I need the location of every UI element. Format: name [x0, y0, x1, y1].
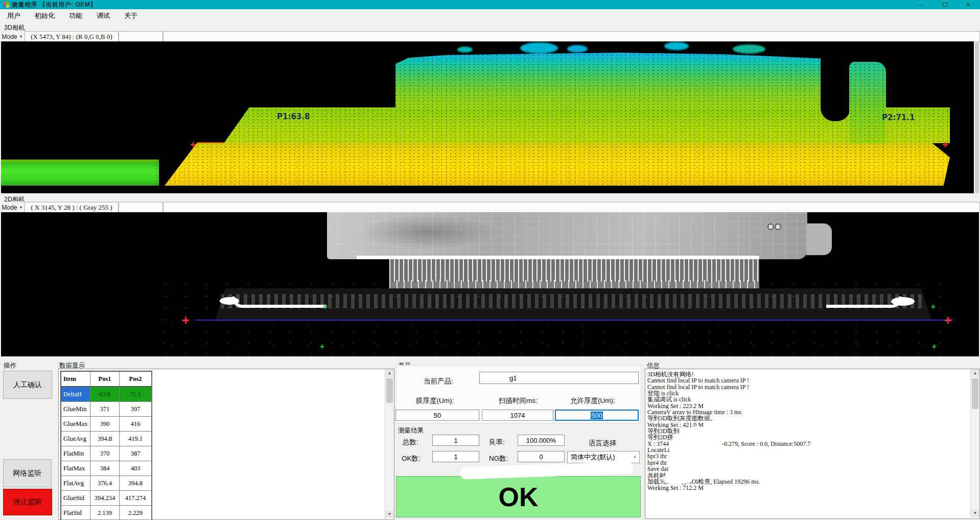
table-cell: GlueMin: [61, 402, 90, 417]
camera-2d-image-view[interactable]: + + + + + +: [1, 212, 979, 356]
menu-item-1[interactable]: 初始化: [28, 9, 62, 22]
table-row[interactable]: DeltaH63.871.1: [61, 387, 152, 402]
redaction-blob: [851, 462, 966, 473]
table-row[interactable]: FlatMax384403: [61, 461, 152, 476]
table-cell: 403: [120, 461, 152, 476]
log-line-17: 加载3张 行AOI检查, Elapsed 19296 ms.: [647, 479, 969, 485]
total-label: 总数:: [403, 438, 418, 447]
allow-thickness-label: 允许厚度(Um):: [570, 396, 615, 405]
maximize-button[interactable]: [933, 0, 956, 9]
redaction-blob: [673, 460, 816, 473]
scan-time-label: 扫描时间ms:: [499, 396, 538, 405]
chevron-down-icon: ▼: [19, 35, 23, 38]
menu-item-4[interactable]: 关于: [117, 9, 145, 22]
table-row[interactable]: GlueAvg394.8419.1: [61, 432, 152, 446]
camera-2d-mode-dropdown[interactable]: Mode ▼: [0, 202, 25, 213]
locate-marker: +: [931, 304, 936, 309]
table-cell: GlueMax: [61, 417, 90, 432]
current-product-input[interactable]: g1: [479, 372, 639, 384]
data-display-box: ItemPos1Pos2DeltaH63.871.1GlueMin371397G…: [58, 369, 394, 520]
table-cell: 384: [90, 461, 120, 476]
redaction-blob: [674, 426, 721, 465]
heightmap-left-strip: [1, 160, 159, 186]
minimize-button[interactable]: —: [909, 0, 933, 9]
table-cell: FlatStd: [61, 506, 90, 520]
pcb-via: [775, 223, 781, 230]
bottom-panel: 操作 人工确认 网络监听 停止监听 数据显示 ItemPos1Pos2Delta…: [0, 356, 980, 520]
measure-point-1-label: P1:63.8: [277, 112, 310, 121]
scroll-down-icon[interactable]: ▼: [971, 509, 979, 517]
scrollbar-thumb[interactable]: [386, 378, 393, 403]
table-row[interactable]: FlatStd2.1392.229: [61, 506, 152, 520]
app-icon: [3, 2, 9, 8]
menu-item-2[interactable]: 功能: [62, 9, 89, 22]
measure-point-2-label: P2:71.1: [882, 113, 915, 122]
info-log-scrollbar[interactable]: ▲ ▼: [970, 369, 979, 517]
chevron-down-icon: ▼: [19, 206, 23, 209]
table-cell: 390: [90, 417, 120, 432]
title-bar: 测量程序 【当前用户: OEM】 — ✕: [0, 0, 980, 9]
scroll-down-icon[interactable]: ▼: [385, 510, 394, 518]
total-input[interactable]: 1: [432, 435, 479, 446]
crosshair-marker: +: [190, 142, 196, 147]
yield-input[interactable]: 100.000%: [518, 435, 565, 446]
locate-marker: +: [320, 344, 324, 349]
language-select-label: 语言选择: [589, 439, 616, 448]
measurement-line: [195, 320, 953, 321]
scan-time-input[interactable]: 1074: [482, 410, 553, 421]
pcb-right-tab: [806, 223, 832, 255]
menu-item-3[interactable]: 调试: [89, 9, 117, 22]
table-header-cell: Item: [61, 372, 90, 387]
window-controls: — ✕: [909, 0, 980, 9]
pcb-shade: [359, 215, 497, 249]
table-header-cell: Pos1: [90, 372, 120, 387]
table-row[interactable]: FlatAvg376.4394.8: [61, 476, 152, 491]
table-row[interactable]: FlatMin370387: [61, 446, 152, 461]
scroll-up-icon[interactable]: ▲: [971, 369, 979, 377]
table-cell: 370: [90, 446, 120, 461]
data-table-scrollbar[interactable]: ▲ ▼: [385, 369, 394, 518]
manual-confirm-button[interactable]: 人工确认: [3, 371, 52, 399]
log-line-0: 3D相机没有网络!: [647, 371, 969, 377]
allow-thickness-input[interactable]: 500: [555, 410, 639, 421]
close-button[interactable]: ✕: [956, 0, 980, 9]
scrollbar-thumb[interactable]: [972, 378, 978, 409]
table-row[interactable]: GlueStd394.234417.274: [61, 491, 152, 506]
camera-2d-status-cell-2: [119, 202, 163, 213]
table-cell: FlatMin: [61, 446, 90, 461]
maximize-icon: [943, 3, 947, 7]
ok-count-input[interactable]: 1: [432, 451, 479, 462]
log-line-3: 登陆 is click: [647, 390, 969, 396]
ok-count-label: OK数:: [402, 454, 421, 463]
log-line-4: 集成调试 is click: [647, 396, 969, 402]
heightmap-streaks: [165, 142, 950, 185]
redaction-blob: [663, 476, 692, 483]
log-line-1: Cannot find local IP to match camera IP …: [647, 377, 969, 383]
table-cell: 63.8: [90, 387, 120, 402]
log-line-6: CameraV array to HImage time : 3 ms: [647, 409, 969, 415]
current-product-label: 当前产品:: [424, 377, 453, 386]
film-thickness-label: 膜厚度(Um):: [416, 396, 454, 405]
ng-count-input[interactable]: 0: [518, 451, 565, 462]
camera-3d-image-view[interactable]: P1:63.8 P2:71.1 + +: [1, 41, 979, 193]
pcb-via: [767, 223, 774, 230]
crosshair-marker: +: [942, 142, 948, 147]
menu-item-0[interactable]: 用户: [0, 9, 28, 22]
table-row[interactable]: GlueMin371397: [61, 402, 152, 417]
ng-count-label: NG数:: [489, 454, 508, 463]
table-cell: 394.234: [90, 491, 120, 506]
table-cell: GlueStd: [61, 491, 90, 506]
mode-label: Mode: [2, 33, 17, 40]
product-panel: 当前产品: g1 膜厚度(Um): 扫描时间ms: 允许厚度(Um): 50 1…: [396, 365, 641, 423]
camera-2d-status-cell-3: [163, 202, 980, 213]
film-thickness-input[interactable]: 50: [395, 410, 479, 421]
locate-marker: +: [323, 304, 328, 309]
network-listen-button[interactable]: 网络监听: [3, 459, 52, 487]
crosshair-marker: +: [944, 318, 951, 323]
stop-listen-button[interactable]: 停止监听: [3, 489, 52, 515]
camera-3d-status-cell-3: [163, 31, 980, 42]
scroll-up-icon[interactable]: ▲: [385, 369, 394, 377]
table-cell: 71.1: [120, 387, 152, 402]
camera-3d-mode-dropdown[interactable]: Mode ▼: [0, 31, 25, 42]
table-row[interactable]: GlueMax390416: [61, 417, 152, 432]
